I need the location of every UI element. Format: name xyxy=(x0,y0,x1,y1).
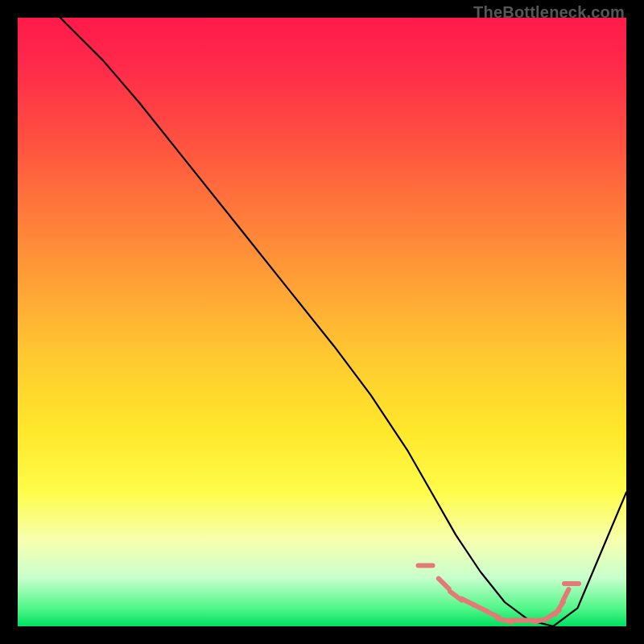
chart-container: TheBottleneck.com xyxy=(0,0,644,644)
trough-marker xyxy=(439,579,449,589)
main-curve xyxy=(60,18,626,626)
chart-svg xyxy=(18,18,626,626)
plot-area xyxy=(18,18,626,626)
trough-marker xyxy=(562,589,568,602)
